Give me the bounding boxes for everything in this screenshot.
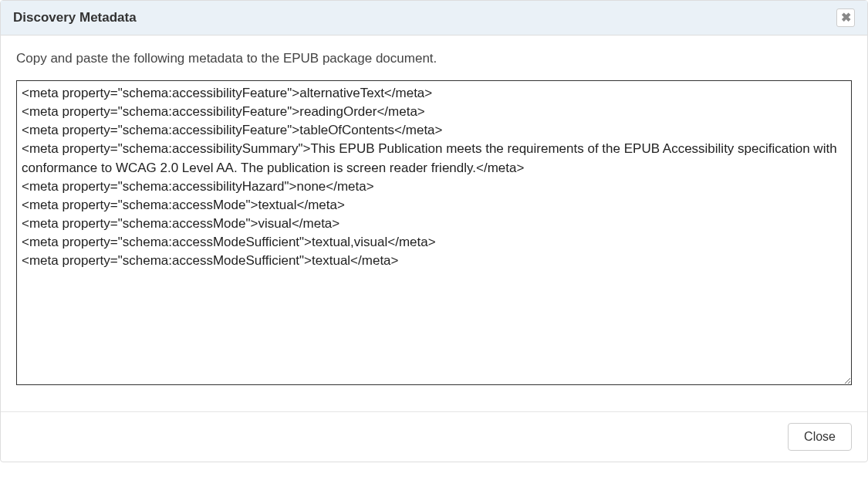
instruction-text: Copy and paste the following metadata to… <box>16 51 852 66</box>
close-button[interactable]: Close <box>788 423 852 451</box>
dialog-body: Copy and paste the following metadata to… <box>1 36 867 404</box>
metadata-textarea[interactable] <box>16 80 852 385</box>
dialog-title: Discovery Metadata <box>13 10 137 25</box>
dialog-header: Discovery Metadata ✖ <box>1 1 867 36</box>
dialog-footer: Close <box>1 411 867 462</box>
discovery-metadata-dialog: Discovery Metadata ✖ Copy and paste the … <box>0 0 868 462</box>
close-icon[interactable]: ✖ <box>836 8 855 27</box>
